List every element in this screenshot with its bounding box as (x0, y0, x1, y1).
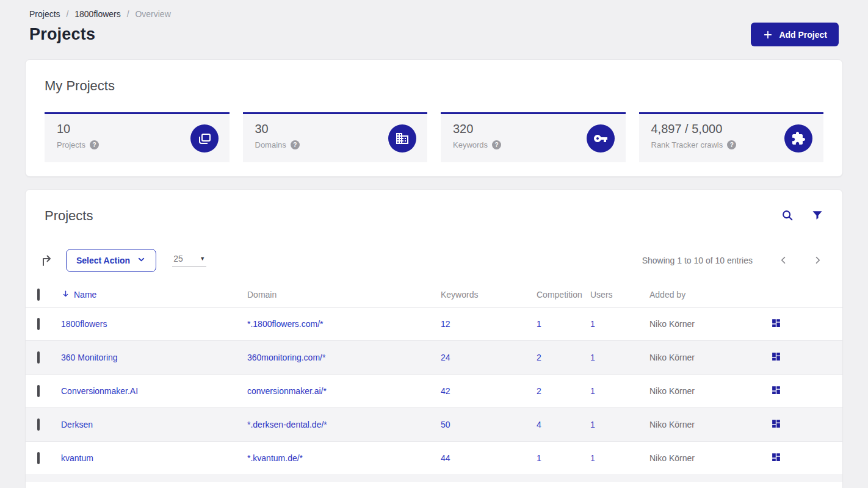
project-name-link[interactable]: 360 Monitoring (61, 353, 118, 362)
rank-tracker-label: Rank Tracker crawls (651, 140, 723, 149)
add-project-label: Add Project (779, 30, 827, 40)
project-name-link[interactable]: Conversionmaker.AI (61, 386, 138, 396)
row-checkbox[interactable] (37, 418, 40, 431)
page-header: Projects Add Project (25, 19, 843, 46)
users-count-link[interactable]: 1 (590, 353, 595, 362)
keywords-count-link[interactable]: 12 (441, 319, 450, 329)
help-icon[interactable]: ? (90, 140, 99, 149)
filter-icon[interactable] (811, 209, 823, 223)
users-count-link[interactable]: 1 (590, 319, 595, 329)
table-row: kvantum *.kvantum.de/* 44 1 1 Niko Körne… (26, 442, 842, 475)
users-count-link[interactable]: 1 (590, 420, 595, 429)
project-name-link[interactable]: kvantum (61, 453, 93, 463)
sort-down-icon (61, 289, 70, 300)
row-checkbox[interactable] (37, 318, 40, 330)
breadcrumb-1800flowers[interactable]: 1800flowers (74, 9, 121, 19)
dashboard-grid-icon[interactable] (771, 385, 781, 396)
showing-entries-text: Showing 1 to 10 of 10 entries (642, 256, 753, 265)
project-domain-link[interactable]: *.derksen-dental.de/* (247, 420, 327, 429)
table-row: 1800flowers *.1800flowers.com/* 12 1 1 N… (26, 307, 842, 341)
table-row: Derksen *.derksen-dental.de/* 50 4 1 Nik… (26, 408, 842, 442)
users-count-link[interactable]: 1 (590, 453, 595, 463)
keywords-count-label: Keywords (453, 140, 488, 149)
pagination-next-button[interactable] (812, 254, 823, 267)
stats-row: 10 Projects ? 30 Domains ? (45, 112, 823, 162)
row-checkbox[interactable] (37, 452, 40, 464)
added-by-name: Niko Körner (649, 420, 771, 429)
column-header-competition[interactable]: Competition (537, 290, 590, 300)
project-domain-link[interactable]: conversionmaker.ai/* (247, 386, 327, 396)
project-domain-link[interactable]: *.1800flowers.com/* (247, 319, 324, 329)
competition-count-link[interactable]: 1 (537, 319, 541, 329)
keywords-count-link[interactable]: 42 (441, 386, 450, 396)
select-all-checkbox[interactable] (37, 289, 40, 301)
added-by-name: Niko Körner (649, 453, 771, 463)
competition-count-link[interactable]: 4 (537, 420, 541, 429)
competition-count-link[interactable]: 2 (537, 386, 541, 396)
dashboard-grid-icon[interactable] (771, 452, 781, 463)
added-by-name: Niko Körner (649, 353, 771, 362)
breadcrumb-projects[interactable]: Projects (29, 9, 60, 19)
projects-table-title: Projects (45, 208, 93, 224)
stat-card-rank-tracker: 4,897 / 5,000 Rank Tracker crawls ? (639, 112, 824, 162)
project-domain-link[interactable]: 360monitoring.com/* (247, 353, 325, 362)
select-action-label: Select Action (76, 256, 130, 265)
dashboard-grid-icon[interactable] (771, 351, 781, 362)
stat-card-keywords: 320 Keywords ? (441, 112, 626, 162)
dashboard-grid-icon[interactable] (771, 418, 781, 429)
projects-count-label: Projects (57, 140, 85, 149)
column-header-users[interactable]: Users (590, 290, 649, 300)
breadcrumb-separator: / (127, 9, 129, 19)
added-by-name: Niko Körner (649, 319, 771, 329)
help-icon[interactable]: ? (291, 140, 300, 149)
puzzle-icon (784, 124, 812, 152)
competition-count-link[interactable]: 1 (537, 453, 541, 463)
select-action-dropdown[interactable]: Select Action (66, 249, 156, 272)
page-size-value: 25 (173, 254, 183, 264)
projects-table: Name Domain Keywords Competition Users A… (26, 282, 842, 482)
stat-card-projects: 10 Projects ? (45, 112, 230, 162)
breadcrumb-separator: / (66, 9, 68, 19)
domains-count-label: Domains (255, 140, 286, 149)
stacked-pages-icon (190, 124, 219, 152)
column-header-added-by[interactable]: Added by (649, 290, 771, 300)
breadcrumb-overview: Overview (135, 9, 170, 19)
column-header-domain[interactable]: Domain (247, 290, 441, 300)
page-size-select[interactable]: 25 ▼ (172, 254, 206, 267)
table-row: 360 Monitoring 360monitoring.com/* 24 2 … (26, 341, 842, 375)
table-row-partial (26, 475, 842, 482)
project-name-link[interactable]: 1800flowers (61, 319, 107, 329)
users-count-link[interactable]: 1 (590, 386, 595, 396)
my-projects-card: My Projects 10 Projects ? 30 Domains ? (25, 59, 843, 177)
row-checkbox[interactable] (37, 351, 40, 364)
project-name-link[interactable]: Derksen (61, 420, 93, 429)
building-icon (388, 124, 416, 152)
page: Projects / 1800flowers / Overview Projec… (0, 0, 868, 488)
row-checkbox[interactable] (37, 385, 40, 397)
projects-table-card: Projects Select Action 25 (25, 189, 843, 488)
table-header-row: Name Domain Keywords Competition Users A… (26, 282, 842, 307)
chevron-down-icon (137, 255, 146, 266)
dropdown-caret-icon: ▼ (200, 256, 205, 262)
project-domain-link[interactable]: *.kvantum.de/* (247, 453, 303, 463)
my-projects-title: My Projects (45, 78, 823, 94)
help-icon[interactable]: ? (492, 140, 501, 149)
added-by-name: Niko Körner (649, 386, 771, 396)
keywords-count-link[interactable]: 44 (441, 453, 450, 463)
breadcrumb: Projects / 1800flowers / Overview (25, 0, 843, 19)
key-icon (587, 124, 615, 152)
plus-icon (762, 29, 773, 40)
table-row: Conversionmaker.AI conversionmaker.ai/* … (26, 375, 842, 408)
table-action-bar: Select Action 25 ▼ Showing 1 to 10 of 10… (26, 249, 842, 272)
search-icon[interactable] (781, 209, 794, 223)
dashboard-grid-icon[interactable] (771, 318, 781, 329)
keywords-count-link[interactable]: 50 (441, 420, 450, 429)
keywords-count-link[interactable]: 24 (441, 353, 450, 362)
column-header-keywords[interactable]: Keywords (441, 290, 537, 300)
export-arrow-icon[interactable] (39, 253, 54, 268)
help-icon[interactable]: ? (727, 140, 736, 149)
column-header-name[interactable]: Name (61, 289, 247, 300)
competition-count-link[interactable]: 2 (537, 353, 541, 362)
add-project-button[interactable]: Add Project (751, 23, 839, 46)
pagination-prev-button[interactable] (778, 254, 789, 267)
